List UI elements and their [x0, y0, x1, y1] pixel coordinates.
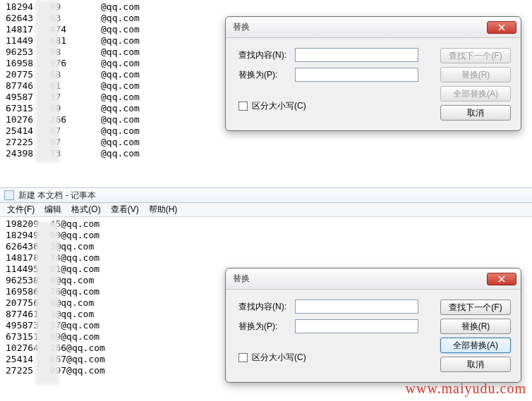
blur-overlay-bottom: [35, 221, 59, 385]
replace-input[interactable]: [295, 319, 418, 333]
cancel-button[interactable]: 取消: [440, 357, 511, 372]
dialog-titlebar[interactable]: 替换: [226, 17, 521, 38]
text-row: 182949 99@qq.com: [6, 230, 526, 241]
notepad-icon: [4, 190, 14, 200]
text-row: 24398 73@qq.com: [6, 148, 526, 159]
menubar: 文件(F) 编辑 格式(O) 查看(V) 帮助(H): [0, 203, 532, 217]
match-case-checkbox[interactable]: [238, 353, 248, 362]
text-row: 148178 74@qq.com: [6, 252, 526, 264]
find-label: 查找内容(N):: [238, 49, 295, 61]
dialog-titlebar[interactable]: 替换: [226, 269, 521, 290]
close-icon: [498, 24, 505, 31]
text-row: 626436 3@qq.com: [6, 241, 526, 252]
close-button[interactable]: [487, 273, 516, 285]
match-case-label: 区分大小写(C): [252, 352, 306, 364]
replace-all-button[interactable]: 全部替换(A): [440, 86, 511, 101]
replace-label: 替换为(P):: [238, 321, 295, 333]
text-row: 198209 45@qq.com: [6, 218, 526, 230]
find-label: 查找内容(N):: [238, 301, 295, 313]
menu-file[interactable]: 文件(F): [3, 202, 39, 217]
find-next-button[interactable]: 查找下一个(F): [440, 48, 511, 63]
notepad-titlebar: 新建 本文档 - 记事本: [0, 187, 532, 203]
replace-dialog-bottom: 替换 查找内容(N): 替换为(P): 区分大小写(C) 查找下一个(F) 替换…: [225, 268, 521, 383]
replace-button[interactable]: 替换(R): [440, 319, 511, 334]
replace-dialog-top: 替换 查找内容(N): 替换为(P): 区分大小写(C) 查找下一个(F) 替换…: [225, 16, 521, 131]
menu-help[interactable]: 帮助(H): [145, 202, 182, 217]
match-case-checkbox[interactable]: [238, 101, 248, 111]
find-input[interactable]: [295, 48, 418, 62]
dialog-title: 替换: [233, 21, 487, 33]
close-button[interactable]: [487, 21, 516, 34]
find-input[interactable]: [295, 300, 418, 314]
match-case-label: 区分大小写(C): [252, 100, 306, 112]
notepad-title: 新建 本文档 - 记事本: [18, 190, 96, 202]
menu-format[interactable]: 格式(O): [67, 202, 104, 217]
replace-button[interactable]: 替换(R): [440, 67, 511, 82]
replace-all-button[interactable]: 全部替换(A): [440, 338, 511, 353]
watermark: www.maiyudu.com: [406, 381, 526, 397]
cancel-button[interactable]: 取消: [440, 105, 511, 121]
text-row: 27225 97@qq.com: [6, 137, 526, 148]
dialog-title: 替换: [233, 273, 487, 285]
menu-view[interactable]: 查看(V): [107, 202, 143, 217]
replace-input[interactable]: [295, 68, 418, 82]
menu-edit[interactable]: 编辑: [40, 202, 66, 217]
text-row: 18294 99@qq.com: [6, 1, 526, 13]
blur-overlay-top: [35, 0, 59, 162]
close-icon: [498, 276, 505, 283]
replace-label: 替换为(P):: [238, 69, 295, 81]
find-next-button[interactable]: 查找下一个(F): [440, 300, 511, 315]
